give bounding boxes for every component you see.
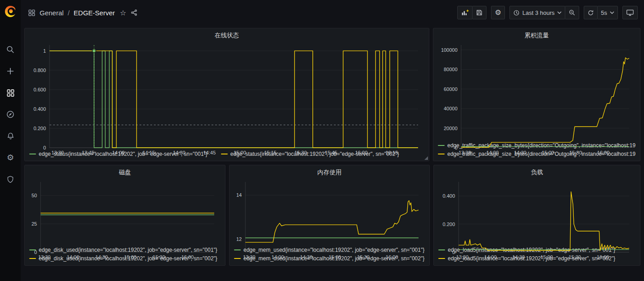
svg-text:25: 25	[32, 221, 37, 227]
clock-icon	[513, 9, 520, 16]
sidebar-item-search[interactable]	[0, 39, 21, 60]
chevron-down-icon	[557, 11, 562, 14]
svg-text:16:00: 16:00	[355, 150, 368, 155]
svg-text:15:00: 15:00	[540, 254, 553, 260]
share-icon[interactable]	[131, 9, 138, 16]
svg-text:0.400: 0.400	[33, 106, 46, 112]
svg-text:15:00: 15:00	[234, 150, 246, 155]
breadcrumb: General / EDGE-Server ☆	[28, 9, 138, 17]
add-panel-icon	[461, 9, 469, 17]
svg-text:14: 14	[236, 192, 242, 198]
svg-text:13:30: 13:30	[456, 254, 469, 260]
svg-text:40000: 40000	[444, 106, 458, 111]
panel-title[interactable]: 在线状态	[29, 31, 424, 41]
svg-text:15:00: 15:00	[124, 254, 137, 260]
svg-text:14:00: 14:00	[67, 254, 80, 260]
svg-text:14:00: 14:00	[484, 254, 497, 260]
panel-title[interactable]: 负载	[438, 168, 635, 178]
panel-online-status: 在线状态 00.2000.4000.6000.800113:3013:4514:…	[24, 28, 429, 161]
dashboard-toolbar: General / EDGE-Server ☆ ⚙	[21, 0, 644, 25]
svg-text:12: 12	[236, 236, 242, 242]
svg-text:14:00: 14:00	[112, 150, 125, 155]
svg-text:13:30: 13:30	[51, 150, 64, 155]
svg-text:13:30: 13:30	[459, 150, 471, 155]
grafana-logo[interactable]	[2, 4, 18, 20]
svg-text:15:30: 15:30	[568, 254, 581, 260]
svg-text:0: 0	[455, 145, 457, 150]
breadcrumb-separator: /	[68, 9, 69, 17]
panel-title[interactable]: 累积流量	[438, 31, 635, 41]
time-series-chart[interactable]: 02000040000600008000010000013:3014:0014:…	[438, 41, 635, 140]
dashboard-icon	[28, 9, 36, 17]
time-series-chart[interactable]: 00.2000.40013:3014:0014:3015:0015:3016:0…	[438, 178, 635, 244]
sidebar-item-configuration[interactable]: ⚙	[0, 147, 21, 168]
main-area: General / EDGE-Server ☆ ⚙	[21, 0, 644, 281]
sidebar-item-explore[interactable]	[0, 104, 21, 125]
svg-text:16:00: 16:00	[181, 254, 194, 260]
svg-text:14:30: 14:30	[300, 254, 313, 260]
svg-text:0.600: 0.600	[33, 87, 46, 92]
search-icon	[6, 45, 15, 54]
gear-icon: ⚙	[495, 9, 501, 16]
grafana-flame-icon	[4, 5, 17, 18]
breadcrumb-folder[interactable]: General	[40, 9, 63, 17]
svg-text:15:00: 15:00	[329, 254, 341, 260]
sidebar-item-dashboards[interactable]	[0, 82, 21, 104]
sidebar-menu: ⚙	[0, 39, 21, 190]
svg-text:60000: 60000	[444, 86, 458, 92]
refresh-interval-picker[interactable]: 5s	[597, 6, 618, 19]
time-range-label: Last 3 hours	[522, 9, 555, 16]
svg-text:16:00: 16:00	[597, 150, 610, 155]
panel-cumulative-traffic: 累积流量 02000040000600008000010000013:3014:…	[433, 28, 640, 161]
compass-icon	[6, 110, 15, 119]
save-dashboard-button[interactable]	[472, 6, 486, 19]
shield-icon	[6, 175, 14, 184]
toolbar-actions: ⚙ Last 3 hours	[453, 6, 638, 19]
breadcrumb-dashboard[interactable]: EDGE-Server	[74, 9, 115, 17]
svg-text:0: 0	[34, 249, 37, 255]
panel-disk: 磁盘 0255013:3014:0014:3015:0015:3016:00 e…	[24, 165, 225, 266]
chevron-down-icon	[610, 11, 614, 14]
svg-text:0.800: 0.800	[33, 68, 46, 73]
sidebar-item-server-admin[interactable]	[0, 168, 21, 190]
refresh-button[interactable]	[584, 6, 598, 19]
time-series-chart[interactable]: 0255013:3014:0014:3015:0015:3016:00	[29, 178, 221, 244]
svg-text:13:30: 13:30	[38, 254, 51, 260]
svg-text:14:30: 14:30	[513, 254, 525, 260]
svg-text:13:30: 13:30	[243, 254, 256, 260]
svg-text:15:30: 15:30	[357, 254, 370, 260]
zoom-out-time-button[interactable]	[565, 6, 579, 19]
sidebar-item-alerting[interactable]	[0, 125, 21, 147]
add-panel-button[interactable]	[457, 6, 473, 19]
refresh-icon	[587, 9, 594, 16]
sidebar: ⚙	[0, 0, 21, 281]
svg-text:15:15: 15:15	[264, 150, 277, 155]
panel-title[interactable]: 内存使用	[234, 168, 425, 178]
svg-text:0.200: 0.200	[33, 126, 46, 131]
svg-text:80000: 80000	[444, 67, 458, 72]
svg-text:14:00: 14:00	[486, 150, 499, 155]
plus-icon	[6, 67, 14, 75]
star-icon[interactable]: ☆	[120, 9, 126, 17]
dashboard-grid: 在线状态 00.2000.4000.6000.800113:3013:4514:…	[21, 25, 644, 281]
bell-icon	[6, 132, 15, 140]
sidebar-item-create[interactable]	[0, 60, 21, 82]
time-series-chart[interactable]: 121413:3014:0014:3015:0015:3016:00	[234, 178, 425, 244]
tv-mode-button[interactable]	[622, 6, 638, 19]
panel-resize-handle[interactable]	[424, 156, 428, 160]
svg-text:0.400: 0.400	[442, 193, 455, 199]
svg-text:15:00: 15:00	[542, 150, 554, 155]
svg-text:1: 1	[43, 48, 46, 54]
gear-icon: ⚙	[7, 154, 14, 162]
svg-text:50: 50	[32, 193, 37, 198]
time-series-chart[interactable]: 00.2000.4000.6000.800113:3013:4514:0014:…	[29, 41, 424, 148]
dashboard-settings-button[interactable]: ⚙	[491, 6, 504, 19]
svg-text:100000: 100000	[441, 47, 458, 53]
svg-text:0.200: 0.200	[442, 222, 455, 227]
svg-text:14:30: 14:30	[95, 254, 108, 260]
svg-text:16:00: 16:00	[597, 254, 609, 260]
panel-title[interactable]: 磁盘	[29, 168, 221, 178]
svg-text:14:15: 14:15	[143, 150, 155, 155]
time-range-picker[interactable]: Last 3 hours	[509, 6, 566, 19]
svg-text:15:30: 15:30	[569, 150, 582, 155]
